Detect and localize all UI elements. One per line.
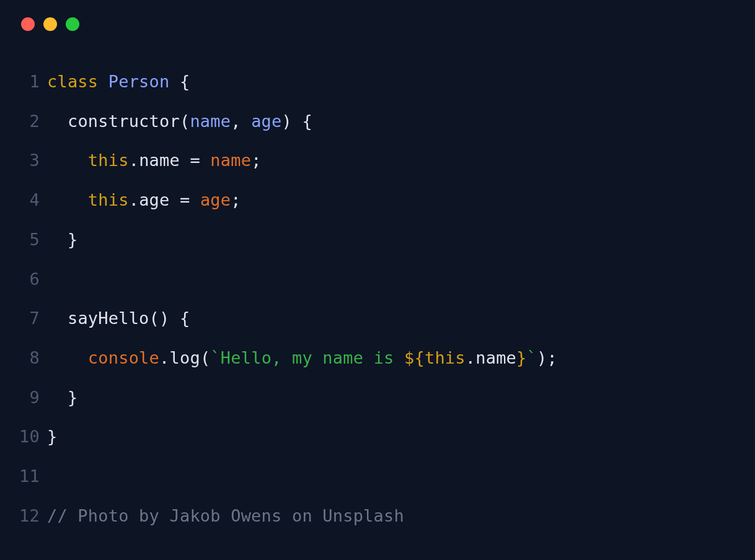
code-content: this.age = age; [47, 180, 241, 220]
code-content: class Person { [47, 62, 190, 102]
code-content: sayHello() { [47, 299, 190, 338]
line-number: 8 [19, 338, 47, 378]
code-line: 9 } [19, 378, 736, 418]
code-editor[interactable]: 1 class Person { 2 constructor(name, age… [19, 62, 736, 536]
zoom-icon[interactable] [66, 17, 79, 31]
line-number: 10 [19, 417, 47, 457]
code-content: // Photo by Jakob Owens on Unsplash [47, 496, 404, 536]
line-number: 9 [19, 378, 47, 418]
code-content: } [47, 417, 57, 457]
line-number: 3 [19, 141, 47, 180]
code-line: 11 [19, 457, 736, 496]
code-content: this.name = name; [47, 141, 262, 180]
code-line: 4 this.age = age; [19, 180, 736, 220]
line-number: 7 [19, 299, 47, 338]
code-line: 5 } [19, 220, 736, 260]
line-number: 6 [19, 260, 47, 299]
code-line: 8 console.log(`Hello, my name is ${this.… [19, 338, 736, 378]
line-number: 11 [19, 457, 47, 496]
line-number: 12 [19, 496, 47, 536]
code-line: 2 constructor(name, age) { [19, 102, 736, 141]
code-window: 1 class Person { 2 constructor(name, age… [0, 0, 755, 560]
code-line: 6 [19, 260, 736, 299]
line-number: 4 [19, 180, 47, 220]
line-number: 2 [19, 102, 47, 141]
minimize-icon[interactable] [43, 17, 57, 31]
code-content: } [47, 220, 77, 260]
window-controls [21, 17, 736, 31]
code-line: 10 } [19, 417, 736, 457]
close-icon[interactable] [21, 17, 35, 31]
code-line: 7 sayHello() { [19, 299, 736, 338]
code-line: 1 class Person { [19, 62, 736, 102]
code-line: 3 this.name = name; [19, 141, 736, 180]
line-number: 5 [19, 220, 47, 260]
code-line: 12 // Photo by Jakob Owens on Unsplash [19, 496, 736, 536]
line-number: 1 [19, 62, 47, 102]
code-content: constructor(name, age) { [47, 102, 312, 141]
code-content: } [47, 378, 77, 418]
code-content: console.log(`Hello, my name is ${this.na… [47, 338, 557, 378]
